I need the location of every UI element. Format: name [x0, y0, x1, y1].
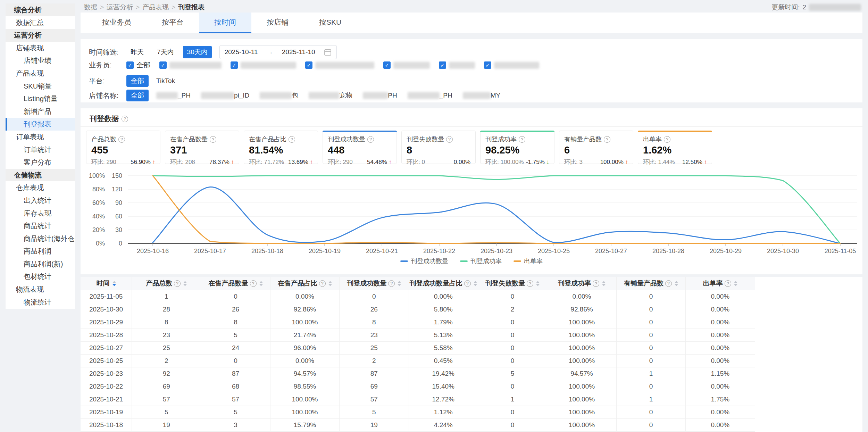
- sidebar-item-数据汇总[interactable]: 数据汇总: [6, 16, 75, 29]
- column-header-有销量产品数[interactable]: 有销量产品数?: [617, 277, 686, 290]
- sidebar-item-订单统计[interactable]: 订单统计: [6, 143, 75, 156]
- help-icon[interactable]: ?: [519, 136, 525, 143]
- sidebar-item-刊登报表[interactable]: 刊登报表: [6, 118, 75, 131]
- column-header-刊登失败数量[interactable]: 刊登失败数量?: [478, 277, 547, 290]
- tab-按店铺[interactable]: 按店铺: [251, 13, 304, 33]
- sidebar-item-商品利润(新)[interactable]: 商品利润(新): [6, 258, 75, 271]
- sidebar-item-订单表现[interactable]: 订单表现: [6, 131, 75, 143]
- column-header-在售产品数量[interactable]: 在售产品数量?: [201, 277, 270, 290]
- sort-carets-icon[interactable]: [328, 281, 332, 286]
- help-icon[interactable]: ?: [289, 136, 295, 143]
- sort-carets-icon[interactable]: [259, 281, 263, 286]
- sidebar-item-SKU销量[interactable]: SKU销量: [6, 80, 75, 93]
- sidebar-item-客户分布[interactable]: 客户分布: [6, 156, 75, 169]
- shop-name-suffix: MY: [491, 92, 501, 99]
- salesman-checkbox-1[interactable]: ✓: [159, 61, 222, 69]
- help-icon[interactable]: ?: [593, 280, 599, 287]
- legend-item-刊登成功率[interactable]: 刊登成功率: [460, 257, 502, 265]
- column-header-出单率[interactable]: 出单率?: [686, 277, 755, 290]
- tab-按业务员[interactable]: 按业务员: [87, 13, 147, 33]
- help-icon[interactable]: ?: [446, 136, 453, 143]
- sidebar-item-店铺业绩[interactable]: 店铺业绩: [6, 54, 75, 67]
- salesman-checkbox-6[interactable]: ✓: [484, 61, 539, 69]
- legend-item-刊登成功数量[interactable]: 刊登成功数量: [400, 257, 448, 265]
- sort-carets-icon[interactable]: [734, 281, 737, 286]
- sort-carets-icon[interactable]: [398, 281, 401, 286]
- quick-date-30天内[interactable]: 30天内: [183, 46, 212, 58]
- shop-name-5[interactable]: PH: [363, 92, 397, 99]
- help-icon[interactable]: ?: [664, 136, 670, 143]
- sidebar-item-出入统计[interactable]: 出入统计: [6, 194, 75, 207]
- shop-name-1[interactable]: _PH: [156, 92, 191, 99]
- quick-date-昨天[interactable]: 昨天: [126, 46, 148, 58]
- salesman-checkbox-5[interactable]: ✓: [439, 61, 475, 69]
- sort-carets-icon[interactable]: [536, 281, 540, 286]
- shop-name-4[interactable]: 宠物: [309, 91, 352, 100]
- sidebar-item-店铺表现[interactable]: 店铺表现: [6, 42, 75, 55]
- help-icon[interactable]: ?: [319, 280, 326, 287]
- shop-all-chip[interactable]: 全部: [126, 90, 149, 101]
- shop-name-3[interactable]: 包: [260, 91, 298, 100]
- sort-carets-icon[interactable]: [183, 281, 187, 286]
- sidebar-item-物流表现[interactable]: 物流表现: [6, 283, 75, 296]
- tab-按SKU[interactable]: 按SKU: [304, 13, 357, 33]
- sort-carets-icon[interactable]: [675, 281, 678, 286]
- platform-all-chip[interactable]: 全部: [126, 75, 149, 87]
- platform-option-tiktok[interactable]: TikTok: [156, 77, 175, 85]
- help-icon[interactable]: ?: [210, 136, 216, 143]
- salesman-checkbox-2[interactable]: ✓: [231, 61, 296, 69]
- sidebar-item-商品利润[interactable]: 商品利润: [6, 245, 75, 258]
- date-range-input[interactable]: 2025-10-11 → 2025-11-10: [219, 45, 337, 59]
- sidebar-item-库存表现[interactable]: 库存表现: [6, 207, 75, 220]
- sidebar-item-新增产品[interactable]: 新增产品: [6, 105, 75, 118]
- help-icon[interactable]: ?: [174, 280, 181, 287]
- help-icon[interactable]: ?: [118, 136, 125, 143]
- sidebar-item-物流统计[interactable]: 物流统计: [6, 296, 75, 309]
- help-icon[interactable]: ?: [665, 280, 672, 287]
- help-icon[interactable]: ?: [527, 280, 533, 287]
- column-header-刊登成功率[interactable]: 刊登成功率?: [547, 277, 616, 290]
- sidebar-item-商品统计(海外仓库)[interactable]: 商品统计(海外仓库): [6, 232, 75, 245]
- sort-carets-icon[interactable]: [602, 281, 606, 286]
- breadcrumb-item-数据[interactable]: 数据: [84, 3, 97, 11]
- legend-item-出单率[interactable]: 出单率: [514, 257, 543, 265]
- breadcrumb-item-产品表现[interactable]: 产品表现: [142, 3, 169, 11]
- sidebar-item-Listing销量[interactable]: Listing销量: [6, 92, 75, 105]
- help-icon[interactable]: ?: [604, 136, 610, 143]
- column-header-产品总数[interactable]: 产品总数?: [132, 277, 201, 290]
- help-icon[interactable]: ?: [464, 280, 471, 287]
- salesman-checkbox-4[interactable]: ✓: [383, 61, 430, 69]
- shop-name-6[interactable]: _PH: [408, 92, 452, 99]
- shop-name-2[interactable]: pi_ID: [201, 92, 249, 99]
- stat-label: 刊登失败数量: [407, 135, 444, 143]
- tab-按平台[interactable]: 按平台: [147, 13, 199, 33]
- column-header-刊登成功数量[interactable]: 刊登成功数量?: [340, 277, 409, 290]
- sidebar-item-产品表现[interactable]: 产品表现: [6, 67, 75, 80]
- breadcrumb-item-运营分析[interactable]: 运营分析: [107, 3, 133, 11]
- quick-date-7天内[interactable]: 7天内: [153, 46, 178, 58]
- shop-name-7[interactable]: MY: [463, 92, 501, 99]
- help-icon[interactable]: ?: [725, 280, 731, 287]
- salesman-checkbox-all[interactable]: ✓全部: [126, 60, 150, 70]
- table-cell: 0.00%: [409, 290, 478, 303]
- sidebar-item-商品统计[interactable]: 商品统计: [6, 219, 75, 232]
- sidebar-item-仓储物流: 仓储物流: [6, 169, 75, 182]
- sort-carets-icon[interactable]: [474, 281, 477, 286]
- table-cell: 5: [132, 406, 201, 419]
- help-icon[interactable]: ?: [250, 280, 257, 287]
- help-icon[interactable]: ?: [388, 280, 395, 287]
- column-header-时间[interactable]: 时间: [81, 277, 132, 290]
- column-header-在售产品占比[interactable]: 在售产品占比?: [270, 277, 340, 290]
- tab-按时间[interactable]: 按时间: [199, 13, 251, 33]
- column-header-刊登成功数量占比[interactable]: 刊登成功数量占比?: [409, 277, 478, 290]
- platform-filter-label: 平台:: [89, 76, 126, 86]
- svg-text:60%: 60%: [92, 199, 105, 206]
- sidebar-item-包材统计[interactable]: 包材统计: [6, 270, 75, 283]
- stat-card-有销量产品数: 有销量产品数?6环比: 3100.00% ↑: [559, 131, 633, 164]
- sidebar-item-仓库表现[interactable]: 仓库表现: [6, 181, 75, 194]
- sort-carets-icon[interactable]: [112, 281, 116, 286]
- help-icon[interactable]: ?: [122, 116, 128, 122]
- help-icon[interactable]: ?: [367, 136, 374, 143]
- trend-line-chart[interactable]: 0%020%3040%6060%9080%120100%1502025-10-1…: [83, 172, 860, 255]
- salesman-checkbox-3[interactable]: ✓: [305, 61, 374, 69]
